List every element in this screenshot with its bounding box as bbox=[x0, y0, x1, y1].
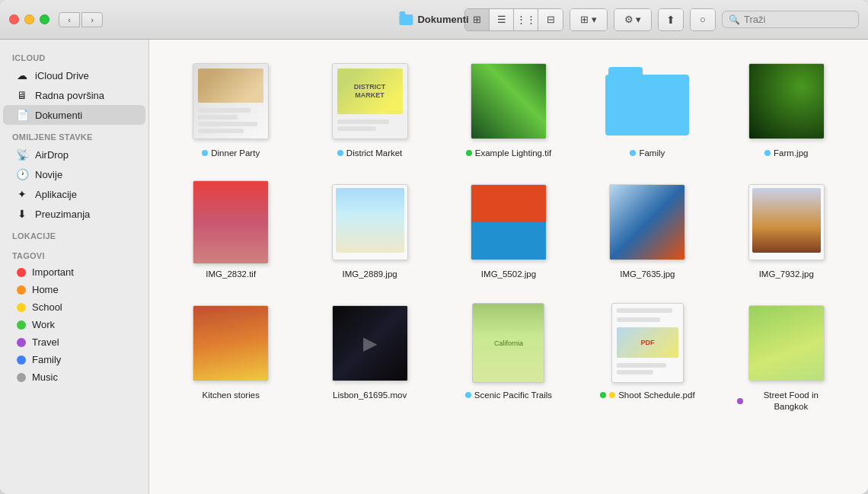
file-name: Dinner Party bbox=[211, 148, 260, 159]
file-item-scenic-pacific[interactable]: California Scenic Pacific Trails bbox=[442, 297, 575, 417]
file-thumb-kitchen-stories bbox=[181, 301, 280, 385]
file-item-img-7635[interactable]: IMG_7635.jpg bbox=[581, 176, 713, 285]
important-tag-dot bbox=[17, 268, 26, 277]
file-thumb-dinner-party bbox=[181, 59, 280, 143]
home-tag-dot bbox=[17, 285, 26, 295]
sidebar-item-documents[interactable]: 📄 Dokumenti bbox=[3, 105, 145, 125]
file-item-farm-jpg[interactable]: Farm.jpg bbox=[720, 55, 853, 164]
group-button-group: ⊞ ▾ bbox=[570, 8, 608, 31]
file-item-family-folder[interactable]: Family bbox=[581, 55, 713, 164]
forward-button[interactable]: › bbox=[81, 12, 103, 27]
sidebar-item-recents[interactable]: 🕐 Novije bbox=[3, 164, 145, 184]
file-name: Lisbon_61695.mov bbox=[333, 390, 407, 401]
minimize-button[interactable] bbox=[24, 14, 34, 24]
back-button[interactable]: ‹ bbox=[59, 12, 80, 27]
icloud-drive-icon: ☁ bbox=[15, 69, 29, 82]
sidebar-item-downloads[interactable]: ⬇ Preuzimanja bbox=[3, 204, 145, 224]
file-name: IMG_2889.jpg bbox=[342, 269, 397, 280]
sidebar-item-label: Novije bbox=[35, 169, 62, 180]
sidebar-item-label: Radna površina bbox=[35, 90, 104, 101]
file-item-img-7932[interactable]: IMG_7932.jpg bbox=[720, 176, 853, 285]
view-list-button[interactable]: ☰ bbox=[490, 9, 514, 30]
file-name: Farm.jpg bbox=[774, 148, 808, 159]
window-title: Dokumenti bbox=[399, 14, 468, 25]
music-tag-dot bbox=[17, 373, 26, 382]
file-thumb-img-2889 bbox=[321, 180, 420, 264]
file-label: Dinner Party bbox=[202, 148, 260, 159]
file-thumb-family-folder bbox=[598, 59, 697, 143]
search-icon: 🔍 bbox=[729, 14, 740, 25]
sidebar-item-icloud-drive[interactable]: ☁ iCloud Drive bbox=[3, 65, 145, 85]
file-name: IMG_2832.tif bbox=[206, 269, 256, 280]
label-dot bbox=[466, 150, 472, 156]
files-grid: Dinner Party DISTRICTMARKET bbox=[164, 55, 853, 417]
document-preview: DISTRICTMARKET bbox=[332, 63, 408, 139]
maximize-button[interactable] bbox=[40, 14, 49, 24]
group-button[interactable]: ⊞ ▾ bbox=[570, 9, 607, 30]
folder-preview bbox=[605, 67, 689, 135]
sidebar-tag-music[interactable]: Music bbox=[3, 368, 145, 386]
image-preview bbox=[471, 184, 547, 260]
file-item-img-2832[interactable]: IMG_2832.tif bbox=[164, 176, 297, 285]
sidebar-tag-label: Travel bbox=[32, 336, 59, 348]
file-thumb-shoot-schedule: PDF bbox=[598, 301, 697, 385]
view-grid-button[interactable]: ⊞ bbox=[465, 9, 490, 30]
label-dot bbox=[737, 398, 743, 404]
close-button[interactable] bbox=[9, 14, 19, 24]
sidebar-item-label: Aplikacije bbox=[35, 189, 77, 200]
view-column-button[interactable]: ⋮⋮ bbox=[514, 9, 538, 30]
file-item-img-5502[interactable]: IMG_5502.jpg bbox=[442, 176, 575, 285]
file-item-dinner-party[interactable]: Dinner Party bbox=[164, 55, 297, 164]
file-name: IMG_5502.jpg bbox=[481, 269, 536, 280]
sidebar-tag-family[interactable]: Family bbox=[3, 351, 145, 368]
sidebar-tag-important[interactable]: Important bbox=[3, 263, 145, 281]
search-input[interactable] bbox=[744, 14, 852, 25]
image-preview bbox=[609, 184, 685, 260]
sidebar-item-airdrop[interactable]: 📡 AirDrop bbox=[3, 145, 145, 164]
favorites-section-label: Omiljene stavke bbox=[0, 125, 148, 145]
airdrop-icon: 📡 bbox=[15, 148, 29, 161]
icloud-section-label: iCloud bbox=[0, 46, 148, 65]
sidebar-tag-school[interactable]: School bbox=[3, 298, 145, 316]
titlebar: ‹ › Dokumenti ⊞ ☰ ⋮⋮ ⊟ ⊞ ▾ ⚙ ▾ ⬆ ○ bbox=[0, 0, 868, 40]
view-toggle-group: ⊞ ☰ ⋮⋮ ⊟ bbox=[464, 8, 563, 31]
file-label: Kitchen stories bbox=[202, 390, 259, 401]
sidebar-item-label: Preuzimanja bbox=[35, 209, 90, 220]
desktop-icon: 🖥 bbox=[15, 88, 29, 102]
share-button-group: ⬆ bbox=[658, 8, 684, 31]
tag-button[interactable]: ○ bbox=[691, 9, 715, 30]
file-item-street-food[interactable]: Street Food in Bangkok bbox=[720, 297, 853, 417]
family-tag-dot bbox=[17, 355, 26, 365]
file-item-img-2889[interactable]: IMG_2889.jpg bbox=[303, 176, 436, 285]
file-item-example-lighting[interactable]: Example Lighting.tif bbox=[442, 55, 575, 164]
recents-icon: 🕐 bbox=[15, 167, 29, 181]
action-button-group: ⚙ ▾ bbox=[614, 8, 652, 31]
toolbar-buttons: ⊞ ☰ ⋮⋮ ⊟ ⊞ ▾ ⚙ ▾ ⬆ ○ 🔍 bbox=[464, 8, 859, 31]
file-thumb-img-2832 bbox=[181, 180, 280, 264]
file-item-district-market[interactable]: DISTRICTMARKET District Market bbox=[303, 55, 436, 164]
file-item-shoot-schedule[interactable]: PDF Shoot Schedule.pdf bbox=[581, 297, 713, 417]
downloads-icon: ⬇ bbox=[15, 207, 29, 221]
sidebar-item-applications[interactable]: ✦ Aplikacije bbox=[3, 184, 145, 204]
file-item-lisbon-video[interactable]: ▶ Lisbon_61695.mov bbox=[303, 297, 436, 417]
label-dot bbox=[337, 150, 343, 156]
main-layout: iCloud ☁ iCloud Drive 🖥 Radna površina 📄… bbox=[0, 40, 868, 494]
sidebar-tag-travel[interactable]: Travel bbox=[3, 333, 145, 351]
title-text: Dokumenti bbox=[417, 14, 468, 25]
image-preview bbox=[193, 305, 269, 381]
image-preview bbox=[332, 184, 408, 260]
sidebar-item-label: iCloud Drive bbox=[35, 70, 89, 81]
image-preview bbox=[748, 184, 825, 260]
label-dot bbox=[465, 392, 471, 398]
share-button[interactable]: ⬆ bbox=[659, 9, 683, 30]
image-preview bbox=[748, 63, 825, 139]
pdf-preview: California bbox=[472, 303, 544, 383]
action-button[interactable]: ⚙ ▾ bbox=[614, 9, 651, 30]
sidebar-item-label: Dokumenti bbox=[35, 110, 82, 121]
sidebar-tag-work[interactable]: Work bbox=[3, 316, 145, 333]
file-item-kitchen-stories[interactable]: Kitchen stories bbox=[164, 297, 297, 417]
sidebar-tag-home[interactable]: Home bbox=[3, 281, 145, 298]
sidebar-item-desktop[interactable]: 🖥 Radna površina bbox=[3, 85, 145, 105]
view-cover-button[interactable]: ⊟ bbox=[538, 9, 563, 30]
image-preview bbox=[471, 63, 547, 139]
